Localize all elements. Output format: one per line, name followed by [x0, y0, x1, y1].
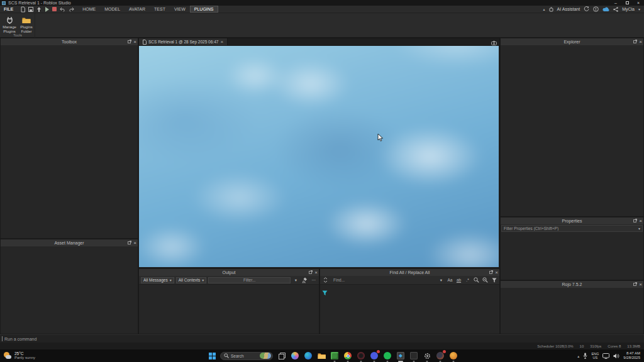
speaker-icon[interactable]: [613, 353, 619, 359]
cloud-sync-icon[interactable]: [602, 7, 609, 12]
properties-header[interactable]: Properties ×: [501, 217, 643, 224]
hidden-icons-chevron[interactable]: ▴: [577, 354, 579, 358]
copilot-icon[interactable]: [291, 351, 299, 360]
rojo-header[interactable]: Rojo 7.5.2 ×: [501, 281, 643, 288]
tab-plugins[interactable]: PLUGINS: [190, 6, 218, 13]
roblox-studio-taskbar-icon[interactable]: ◆: [396, 351, 405, 360]
close-icon[interactable]: ×: [133, 241, 136, 246]
opera-gx-icon[interactable]: [357, 351, 365, 360]
game-launcher-icon[interactable]: [449, 351, 458, 360]
close-button[interactable]: ×: [633, 0, 644, 6]
find-input[interactable]: [331, 277, 436, 283]
share-icon[interactable]: [613, 7, 618, 12]
window-controls: – ×: [610, 0, 644, 6]
find-dropdown-icon[interactable]: ▾: [438, 277, 445, 283]
close-icon[interactable]: ×: [314, 270, 318, 275]
output-panel: Output × All Messages▾ All Contexts▾ ▾ ⋯: [138, 268, 319, 334]
language-indicator[interactable]: ENG US: [591, 352, 599, 359]
taskbar-clock[interactable]: 8:47 AM 9/28/2025: [623, 351, 640, 360]
output-filter-input[interactable]: [208, 277, 291, 283]
microphone-icon[interactable]: [583, 353, 587, 359]
command-bar[interactable]: Run a command: [0, 334, 644, 343]
undo-icon[interactable]: [60, 7, 65, 12]
tab-test[interactable]: TEST: [150, 6, 170, 13]
3d-viewport[interactable]: [139, 46, 499, 267]
manage-plugins-button[interactable]: Manage Plugins: [1, 14, 18, 34]
properties-filter-input[interactable]: [502, 226, 638, 231]
output-header[interactable]: Output ×: [139, 269, 319, 276]
maximize-button[interactable]: [621, 0, 633, 6]
place-document-tab[interactable]: SCS Retrieval 1 @ 28 Sep 2025 06:47 ×: [139, 38, 228, 45]
float-window-icon[interactable]: [489, 271, 492, 274]
tab-model[interactable]: MODEL: [100, 6, 125, 13]
title-bar: SCS Retrieval 1 - Roblox Studio – ×: [0, 0, 644, 6]
chrome-icon[interactable]: [343, 351, 352, 360]
status-cores: Cores 8: [608, 344, 621, 348]
window-title: SCS Retrieval 1 - Roblox Studio: [8, 1, 71, 5]
filter-dropdown-icon[interactable]: ▾: [292, 277, 299, 283]
regex-icon[interactable]: .*: [464, 277, 471, 283]
find-all-icon[interactable]: [473, 277, 480, 283]
device-cast-icon[interactable]: [602, 353, 609, 359]
float-window-icon[interactable]: [128, 241, 131, 244]
toggle-replace-icon[interactable]: [322, 277, 329, 283]
alert-icon[interactable]: [593, 6, 599, 12]
whole-word-icon[interactable]: ab: [455, 277, 462, 283]
file-menu-button[interactable]: FILE: [0, 7, 17, 11]
close-icon[interactable]: ×: [639, 40, 642, 45]
minimize-button[interactable]: –: [610, 0, 621, 6]
tab-close-icon[interactable]: ×: [220, 39, 223, 45]
task-view-icon[interactable]: [277, 351, 286, 360]
terminal-icon[interactable]: [409, 351, 418, 360]
publish-icon[interactable]: [36, 7, 42, 12]
document-icon: [143, 40, 147, 45]
search-scope-icon[interactable]: [322, 287, 328, 299]
explorer-header[interactable]: Explorer ×: [501, 38, 643, 45]
start-button[interactable]: [209, 353, 216, 359]
float-window-icon[interactable]: [633, 219, 636, 222]
close-icon[interactable]: ×: [639, 282, 642, 287]
discord-icon[interactable]: [370, 351, 379, 360]
more-options-icon[interactable]: ⋯: [310, 277, 317, 283]
close-icon[interactable]: ×: [133, 40, 136, 45]
minecraft-icon[interactable]: [330, 351, 339, 360]
spotify-icon[interactable]: [383, 351, 392, 360]
sync-icon[interactable]: [584, 6, 589, 12]
save-icon[interactable]: [28, 7, 33, 12]
toolbox-header[interactable]: Toolbox ×: [1, 38, 138, 45]
float-window-icon[interactable]: [633, 283, 636, 286]
document-tab-label: SCS Retrieval 1 @ 28 Sep 2025 06:47: [148, 40, 218, 44]
chevron-down-icon[interactable]: ▾: [638, 226, 640, 231]
find-header[interactable]: Find All / Replace All ×: [320, 269, 499, 276]
float-window-icon[interactable]: [128, 40, 131, 43]
user-account-button[interactable]: MyCla: [622, 7, 635, 11]
match-case-icon[interactable]: Aa: [447, 277, 453, 283]
float-window-icon[interactable]: [633, 40, 636, 43]
tab-view[interactable]: VIEW: [170, 6, 190, 13]
taskbar-search[interactable]: Search: [220, 352, 273, 360]
user-dropdown-icon[interactable]: ▾: [638, 7, 640, 11]
asset-manager-header[interactable]: Asset Manager ×: [1, 239, 138, 246]
filter-results-icon[interactable]: [491, 277, 497, 283]
weather-widget[interactable]: 25°C Partly sunny: [0, 351, 126, 360]
ai-assistant-label[interactable]: AI Assistant: [557, 7, 580, 11]
redo-icon[interactable]: [69, 7, 74, 12]
tab-avatar[interactable]: AVATAR: [125, 6, 150, 13]
clear-output-icon[interactable]: [301, 277, 308, 283]
settings-icon[interactable]: [423, 351, 431, 360]
file-explorer-icon[interactable]: [317, 351, 326, 360]
context-dropdown[interactable]: All Contexts▾: [176, 277, 207, 283]
firefox-icon[interactable]: [436, 351, 445, 360]
collapse-ribbon-icon[interactable]: ▴: [543, 7, 545, 11]
float-window-icon[interactable]: [309, 271, 312, 274]
close-icon[interactable]: ×: [495, 270, 498, 275]
edge-icon[interactable]: [304, 351, 313, 360]
tab-home[interactable]: HOME: [78, 6, 100, 13]
record-stop-icon[interactable]: [52, 7, 57, 11]
new-file-icon[interactable]: [21, 7, 25, 12]
plugins-folder-button[interactable]: Plugins Folder: [18, 14, 35, 34]
find-next-icon[interactable]: [482, 277, 489, 283]
play-icon[interactable]: [45, 7, 49, 12]
message-level-dropdown[interactable]: All Messages▾: [141, 277, 174, 283]
close-icon[interactable]: ×: [639, 219, 642, 224]
